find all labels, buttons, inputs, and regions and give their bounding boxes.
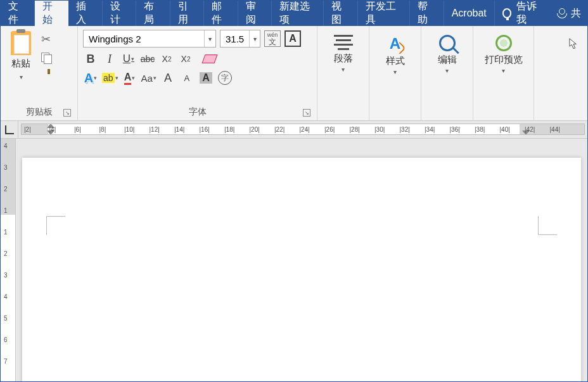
group-font: Wingdings 2 ▾ 31.5 ▾ wén 文 A	[78, 26, 317, 120]
chevron-down-icon[interactable]: ▾	[502, 67, 505, 74]
font-dialog-launcher[interactable]: ↘	[303, 109, 310, 117]
tab-stop-icon	[5, 125, 14, 134]
phonetic-guide-button[interactable]: wén 文	[264, 31, 281, 46]
tab-view[interactable]: 视图	[324, 1, 358, 26]
tab-help[interactable]: 帮助	[410, 1, 444, 26]
chevron-down-icon[interactable]: ▾	[20, 73, 23, 80]
highlight-icon: ab	[102, 73, 115, 83]
document-page[interactable]	[22, 158, 581, 382]
tab-home[interactable]: 开始	[35, 1, 69, 26]
scissors-icon: ✂	[41, 33, 51, 46]
chevron-down-icon[interactable]: ▾	[132, 75, 135, 81]
chevron-down-icon[interactable]: ▾	[342, 66, 345, 73]
ruler-tick: |30|	[374, 126, 385, 133]
ruler-tick: |38|	[475, 126, 485, 133]
font-color-button[interactable]: A▾	[122, 70, 137, 86]
italic-button[interactable]: I	[102, 51, 117, 67]
ruler-tick: 2	[4, 250, 8, 257]
tab-mailings[interactable]: 邮件	[204, 1, 238, 26]
tab-design[interactable]: 设计	[103, 1, 137, 26]
font-name-combo[interactable]: Wingdings 2 ▾	[83, 30, 216, 48]
paste-label: 粘贴	[11, 58, 30, 70]
tab-insert[interactable]: 插入	[68, 1, 103, 26]
print-preview-button[interactable]	[495, 35, 512, 51]
group-font-label: 字体	[189, 106, 207, 117]
ruler-tick: |28|	[350, 126, 360, 133]
styles-button[interactable]: A	[390, 35, 400, 53]
tab-layout[interactable]: 布局	[136, 1, 170, 26]
chevron-down-icon[interactable]: ▾	[249, 30, 260, 47]
ruler-tick: |42|	[525, 126, 535, 133]
character-border-button[interactable]: A	[284, 31, 301, 46]
paste-button[interactable]: 粘贴 ▾	[6, 29, 36, 80]
tab-selector[interactable]	[1, 121, 18, 138]
ruler-margin-top	[1, 139, 15, 215]
ruler-tick: |44|	[550, 126, 560, 133]
ruler-tick: |12|	[150, 126, 160, 133]
subscript-button[interactable]: X2	[159, 51, 174, 67]
character-border-icon: A	[284, 30, 301, 47]
ruler-tick: |8|	[99, 126, 106, 133]
chevron-down-icon[interactable]: ▾	[153, 75, 157, 81]
ruler-tick: |40|	[500, 126, 510, 133]
change-case-button[interactable]: Aa▾	[141, 70, 157, 86]
horizontal-ruler[interactable]: |2||4||6||8||10||12||14||16||18||20||22|…	[21, 124, 585, 135]
group-editing: 编辑 ▾	[421, 26, 473, 120]
cut-button[interactable]: ✂	[41, 32, 51, 46]
group-print-preview: 打印预览 ▾	[473, 26, 534, 120]
grow-font-button[interactable]: A	[160, 70, 176, 86]
tab-review[interactable]: 审阅	[238, 1, 272, 26]
tab-file[interactable]: 文件	[1, 1, 35, 26]
chevron-down-icon[interactable]: ▾	[393, 68, 397, 75]
chevron-down-icon[interactable]: ▾	[115, 75, 118, 81]
clipboard-dialog-launcher[interactable]: ↘	[63, 109, 71, 117]
chevron-down-icon[interactable]: ▾	[94, 75, 97, 81]
group-styles: A 样式 ▾	[369, 26, 421, 120]
bold-button[interactable]: B	[83, 51, 98, 67]
text-effects-icon: A	[84, 71, 93, 86]
ruler-tick: |4|	[49, 126, 56, 133]
underline-button[interactable]: U▾	[121, 51, 136, 67]
tell-me-search[interactable]: 告诉我	[495, 0, 551, 27]
share-button[interactable]: 共	[551, 7, 587, 20]
bulb-icon	[502, 8, 511, 18]
chevron-down-icon[interactable]: ▾	[445, 67, 449, 74]
print-preview-icon	[495, 35, 512, 51]
enclose-characters-icon: 字	[218, 71, 232, 85]
ruler-tick: |18|	[224, 126, 234, 133]
phonetic-guide-icon: wén 文	[264, 30, 281, 47]
ribbon-body: 粘贴 ▾ ✂ 剪贴板 ↘ Wingdings 2 ▾	[1, 26, 587, 121]
chevron-down-icon[interactable]: ▾	[131, 56, 134, 62]
paragraph-button[interactable]	[334, 35, 353, 50]
tab-newtab[interactable]: 新建选项	[272, 1, 324, 26]
ruler-tick: 7	[4, 358, 8, 365]
vertical-ruler[interactable]: 43211234567	[1, 139, 16, 382]
clear-formatting-button[interactable]	[197, 51, 222, 67]
ruler-tick: 3	[4, 272, 8, 279]
enclose-characters-button[interactable]: 字	[217, 70, 233, 86]
ruler-tick: |34|	[425, 126, 435, 133]
styles-icon: A	[390, 35, 400, 53]
ruler-tick: |10|	[124, 126, 134, 133]
edit-area: 43211234567	[1, 139, 587, 382]
superscript-button[interactable]: X2	[178, 51, 193, 67]
ruler-tick: 3	[4, 164, 8, 171]
clipboard-icon	[11, 31, 31, 55]
font-size-combo[interactable]: 31.5 ▾	[220, 30, 260, 48]
print-preview-label: 打印预览	[485, 54, 523, 66]
editing-button[interactable]	[439, 35, 456, 51]
mouse-cursor-icon	[569, 38, 578, 51]
tab-references[interactable]: 引用	[170, 1, 205, 26]
shrink-font-button[interactable]: A	[179, 70, 195, 86]
strikethrough-button[interactable]: abc	[140, 51, 155, 67]
group-paragraph: 段落 ▾	[317, 26, 369, 120]
tab-acrobat[interactable]: Acrobat	[444, 1, 495, 26]
tab-developer[interactable]: 开发工具	[358, 1, 410, 26]
character-shading-button[interactable]: A	[198, 70, 214, 86]
tell-me-label: 告诉我	[516, 0, 543, 27]
ruler-tick: 1	[4, 229, 8, 236]
document-viewport[interactable]	[16, 139, 587, 382]
text-effects-button[interactable]: A▾	[83, 70, 98, 86]
highlight-button[interactable]: ab▾	[102, 70, 118, 86]
chevron-down-icon[interactable]: ▾	[204, 30, 215, 47]
